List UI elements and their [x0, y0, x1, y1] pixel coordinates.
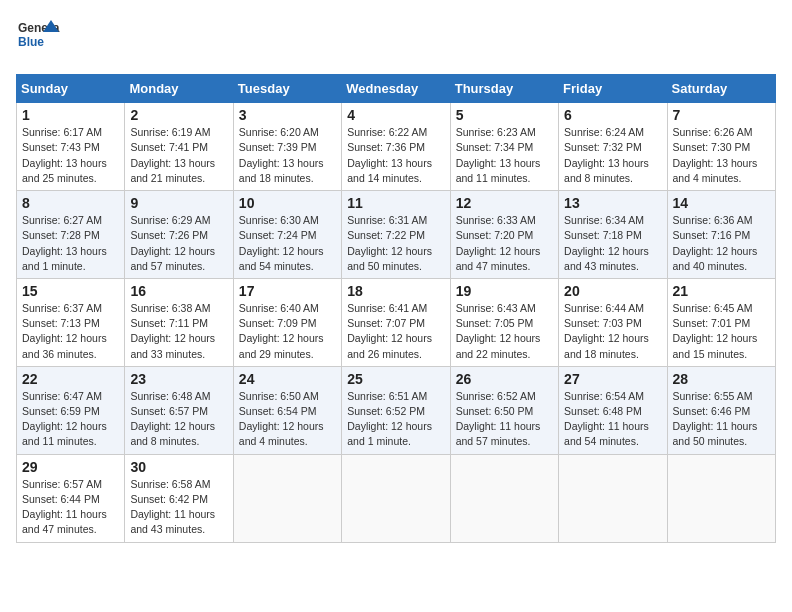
svg-text:Blue: Blue — [18, 35, 44, 49]
cell-info: Sunrise: 6:41 AMSunset: 7:07 PMDaylight:… — [347, 302, 432, 360]
calendar-cell: 12 Sunrise: 6:33 AMSunset: 7:20 PMDaylig… — [450, 191, 558, 279]
cell-info: Sunrise: 6:40 AMSunset: 7:09 PMDaylight:… — [239, 302, 324, 360]
header-sunday: Sunday — [17, 75, 125, 103]
cell-info: Sunrise: 6:34 AMSunset: 7:18 PMDaylight:… — [564, 214, 649, 272]
cell-info: Sunrise: 6:45 AMSunset: 7:01 PMDaylight:… — [673, 302, 758, 360]
calendar-cell — [342, 454, 450, 542]
calendar-week-row: 22 Sunrise: 6:47 AMSunset: 6:59 PMDaylig… — [17, 366, 776, 454]
cell-info: Sunrise: 6:50 AMSunset: 6:54 PMDaylight:… — [239, 390, 324, 448]
calendar-week-row: 15 Sunrise: 6:37 AMSunset: 7:13 PMDaylig… — [17, 278, 776, 366]
calendar-cell: 24 Sunrise: 6:50 AMSunset: 6:54 PMDaylig… — [233, 366, 341, 454]
day-number: 23 — [130, 371, 227, 387]
day-number: 9 — [130, 195, 227, 211]
header-thursday: Thursday — [450, 75, 558, 103]
cell-info: Sunrise: 6:57 AMSunset: 6:44 PMDaylight:… — [22, 478, 107, 536]
cell-info: Sunrise: 6:52 AMSunset: 6:50 PMDaylight:… — [456, 390, 541, 448]
day-number: 28 — [673, 371, 770, 387]
calendar-cell: 21 Sunrise: 6:45 AMSunset: 7:01 PMDaylig… — [667, 278, 775, 366]
cell-info: Sunrise: 6:24 AMSunset: 7:32 PMDaylight:… — [564, 126, 649, 184]
day-number: 26 — [456, 371, 553, 387]
cell-info: Sunrise: 6:58 AMSunset: 6:42 PMDaylight:… — [130, 478, 215, 536]
day-number: 21 — [673, 283, 770, 299]
cell-info: Sunrise: 6:37 AMSunset: 7:13 PMDaylight:… — [22, 302, 107, 360]
cell-info: Sunrise: 6:30 AMSunset: 7:24 PMDaylight:… — [239, 214, 324, 272]
calendar-cell: 6 Sunrise: 6:24 AMSunset: 7:32 PMDayligh… — [559, 103, 667, 191]
day-number: 7 — [673, 107, 770, 123]
calendar-cell — [559, 454, 667, 542]
cell-info: Sunrise: 6:31 AMSunset: 7:22 PMDaylight:… — [347, 214, 432, 272]
day-number: 3 — [239, 107, 336, 123]
calendar-cell: 23 Sunrise: 6:48 AMSunset: 6:57 PMDaylig… — [125, 366, 233, 454]
calendar-cell: 11 Sunrise: 6:31 AMSunset: 7:22 PMDaylig… — [342, 191, 450, 279]
cell-info: Sunrise: 6:38 AMSunset: 7:11 PMDaylight:… — [130, 302, 215, 360]
cell-info: Sunrise: 6:55 AMSunset: 6:46 PMDaylight:… — [673, 390, 758, 448]
calendar-cell: 30 Sunrise: 6:58 AMSunset: 6:42 PMDaylig… — [125, 454, 233, 542]
day-number: 17 — [239, 283, 336, 299]
calendar-cell: 20 Sunrise: 6:44 AMSunset: 7:03 PMDaylig… — [559, 278, 667, 366]
calendar-cell — [450, 454, 558, 542]
day-number: 24 — [239, 371, 336, 387]
day-number: 5 — [456, 107, 553, 123]
cell-info: Sunrise: 6:22 AMSunset: 7:36 PMDaylight:… — [347, 126, 432, 184]
calendar-body: 1 Sunrise: 6:17 AMSunset: 7:43 PMDayligh… — [17, 103, 776, 542]
day-number: 20 — [564, 283, 661, 299]
calendar-cell: 22 Sunrise: 6:47 AMSunset: 6:59 PMDaylig… — [17, 366, 125, 454]
calendar-cell: 2 Sunrise: 6:19 AMSunset: 7:41 PMDayligh… — [125, 103, 233, 191]
header-saturday: Saturday — [667, 75, 775, 103]
calendar-cell: 28 Sunrise: 6:55 AMSunset: 6:46 PMDaylig… — [667, 366, 775, 454]
calendar-cell: 3 Sunrise: 6:20 AMSunset: 7:39 PMDayligh… — [233, 103, 341, 191]
calendar-cell: 1 Sunrise: 6:17 AMSunset: 7:43 PMDayligh… — [17, 103, 125, 191]
logo: General Blue — [16, 16, 60, 64]
calendar-header: Sunday Monday Tuesday Wednesday Thursday… — [17, 75, 776, 103]
calendar-cell: 9 Sunrise: 6:29 AMSunset: 7:26 PMDayligh… — [125, 191, 233, 279]
header-monday: Monday — [125, 75, 233, 103]
day-number: 30 — [130, 459, 227, 475]
calendar-cell: 8 Sunrise: 6:27 AMSunset: 7:28 PMDayligh… — [17, 191, 125, 279]
day-number: 25 — [347, 371, 444, 387]
day-number: 8 — [22, 195, 119, 211]
header-wednesday: Wednesday — [342, 75, 450, 103]
day-number: 6 — [564, 107, 661, 123]
header-friday: Friday — [559, 75, 667, 103]
header-tuesday: Tuesday — [233, 75, 341, 103]
calendar-cell: 16 Sunrise: 6:38 AMSunset: 7:11 PMDaylig… — [125, 278, 233, 366]
day-number: 29 — [22, 459, 119, 475]
day-number: 14 — [673, 195, 770, 211]
calendar-cell: 10 Sunrise: 6:30 AMSunset: 7:24 PMDaylig… — [233, 191, 341, 279]
calendar-cell: 25 Sunrise: 6:51 AMSunset: 6:52 PMDaylig… — [342, 366, 450, 454]
calendar-cell: 14 Sunrise: 6:36 AMSunset: 7:16 PMDaylig… — [667, 191, 775, 279]
calendar-week-row: 1 Sunrise: 6:17 AMSunset: 7:43 PMDayligh… — [17, 103, 776, 191]
logo-graphic: General Blue — [16, 16, 60, 60]
day-number: 18 — [347, 283, 444, 299]
cell-info: Sunrise: 6:29 AMSunset: 7:26 PMDaylight:… — [130, 214, 215, 272]
weekday-header-row: Sunday Monday Tuesday Wednesday Thursday… — [17, 75, 776, 103]
day-number: 12 — [456, 195, 553, 211]
cell-info: Sunrise: 6:19 AMSunset: 7:41 PMDaylight:… — [130, 126, 215, 184]
day-number: 19 — [456, 283, 553, 299]
calendar-cell: 5 Sunrise: 6:23 AMSunset: 7:34 PMDayligh… — [450, 103, 558, 191]
cell-info: Sunrise: 6:51 AMSunset: 6:52 PMDaylight:… — [347, 390, 432, 448]
calendar-cell: 15 Sunrise: 6:37 AMSunset: 7:13 PMDaylig… — [17, 278, 125, 366]
cell-info: Sunrise: 6:54 AMSunset: 6:48 PMDaylight:… — [564, 390, 649, 448]
calendar-table: Sunday Monday Tuesday Wednesday Thursday… — [16, 74, 776, 542]
cell-info: Sunrise: 6:48 AMSunset: 6:57 PMDaylight:… — [130, 390, 215, 448]
day-number: 13 — [564, 195, 661, 211]
day-number: 27 — [564, 371, 661, 387]
cell-info: Sunrise: 6:23 AMSunset: 7:34 PMDaylight:… — [456, 126, 541, 184]
calendar-cell: 13 Sunrise: 6:34 AMSunset: 7:18 PMDaylig… — [559, 191, 667, 279]
day-number: 11 — [347, 195, 444, 211]
day-number: 16 — [130, 283, 227, 299]
cell-info: Sunrise: 6:26 AMSunset: 7:30 PMDaylight:… — [673, 126, 758, 184]
day-number: 1 — [22, 107, 119, 123]
logo-container: General Blue — [16, 16, 60, 64]
calendar-cell — [233, 454, 341, 542]
day-number: 10 — [239, 195, 336, 211]
calendar-cell: 18 Sunrise: 6:41 AMSunset: 7:07 PMDaylig… — [342, 278, 450, 366]
cell-info: Sunrise: 6:44 AMSunset: 7:03 PMDaylight:… — [564, 302, 649, 360]
day-number: 15 — [22, 283, 119, 299]
day-number: 22 — [22, 371, 119, 387]
cell-info: Sunrise: 6:17 AMSunset: 7:43 PMDaylight:… — [22, 126, 107, 184]
cell-info: Sunrise: 6:47 AMSunset: 6:59 PMDaylight:… — [22, 390, 107, 448]
calendar-cell: 29 Sunrise: 6:57 AMSunset: 6:44 PMDaylig… — [17, 454, 125, 542]
calendar-week-row: 8 Sunrise: 6:27 AMSunset: 7:28 PMDayligh… — [17, 191, 776, 279]
